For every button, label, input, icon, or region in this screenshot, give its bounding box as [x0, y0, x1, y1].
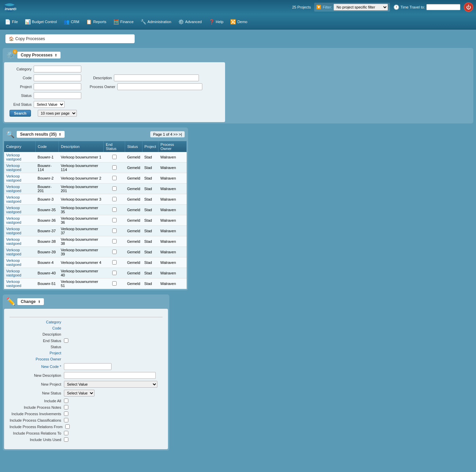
cell-code: Bouwnr-114	[36, 163, 59, 173]
category-link[interactable]: Verkoop vastgoed	[6, 237, 21, 246]
category-input[interactable]	[34, 66, 81, 72]
nav-item-file[interactable]: 📄 File	[1, 17, 21, 27]
include-involvements-checkbox[interactable]	[64, 411, 68, 416]
change-collapse-icon[interactable]: ⬆	[38, 300, 40, 304]
end-status-check[interactable]	[112, 197, 117, 201]
change-row-process-owner: Process Owner	[10, 357, 163, 361]
crm-icon: 👥	[64, 19, 69, 24]
cell-end-status	[104, 194, 125, 205]
end-status-check[interactable]	[112, 207, 117, 212]
category-link[interactable]: Verkoop vastgoed	[6, 206, 21, 214]
change-end-status-label: End Status	[10, 339, 64, 343]
nav-item-crm[interactable]: 👥 CRM	[60, 17, 83, 27]
form-group-code: Code	[10, 74, 81, 81]
new-project-select[interactable]: Select Value	[64, 381, 157, 388]
nav-item-crm-label: CRM	[71, 20, 79, 24]
status-input[interactable]	[34, 92, 81, 99]
rows-per-page-select[interactable]: 10 rows per page 25 rows per page 50 row…	[38, 110, 77, 117]
cell-description: Verkoop bouwnummer 2	[59, 173, 104, 184]
power-button[interactable]: ⏻	[464, 2, 473, 12]
category-link[interactable]: Verkoop vastgoed	[6, 258, 21, 267]
category-link[interactable]: Verkoop vastgoed	[6, 269, 21, 277]
new-description-input[interactable]	[64, 372, 156, 379]
end-status-check[interactable]	[112, 218, 117, 222]
cell-end-status	[104, 257, 125, 268]
cell-code: Bouwnr-39	[36, 247, 59, 257]
cell-process-owner: Walraven	[158, 152, 187, 163]
description-input[interactable]	[114, 74, 199, 81]
nav-item-demo[interactable]: 🔀 Demo	[227, 17, 251, 27]
cell-category: Verkoop vastgoed	[4, 257, 36, 268]
search-results-collapse-icon[interactable]: ⬆	[58, 133, 61, 136]
project-input[interactable]	[34, 83, 81, 90]
search-button[interactable]: Search	[10, 110, 31, 117]
change-row-include-classifications: Include Process Classifications	[10, 418, 163, 422]
cell-status: Gemeld	[125, 152, 142, 163]
end-status-select[interactable]: Select Value Yes No	[34, 101, 65, 108]
change-end-status-checkbox[interactable]	[64, 338, 68, 343]
new-status-select[interactable]: Select Value	[64, 390, 95, 397]
cell-status: Gemeld	[125, 268, 142, 279]
cell-category: Verkoop vastgoed	[4, 215, 36, 226]
nav-item-reports[interactable]: 📋 Reports	[83, 17, 110, 27]
category-link[interactable]: Verkoop vastgoed	[6, 216, 21, 224]
search-results-header: 🔍 Search results (35) ⬆ Page 1 of 4 >> >…	[4, 129, 187, 140]
end-status-check[interactable]	[112, 260, 117, 265]
include-units-checkbox[interactable]	[64, 437, 68, 442]
category-link[interactable]: Verkoop vastgoed	[6, 280, 21, 288]
cell-category: Verkoop vastgoed	[4, 205, 36, 215]
nav-item-administration[interactable]: 🔧 Administration	[137, 17, 175, 27]
end-status-check[interactable]	[112, 281, 117, 286]
collapse-icon[interactable]: ⬆	[54, 53, 57, 57]
form-row-category: Category	[10, 66, 220, 72]
category-link[interactable]: Verkoop vastgoed	[6, 164, 21, 172]
time-travel-input[interactable]	[426, 4, 460, 10]
end-status-check[interactable]	[112, 239, 117, 243]
include-notes-checkbox[interactable]	[64, 405, 68, 409]
cell-category: Verkoop vastgoed	[4, 268, 36, 279]
cell-code: Bouwnr-1	[36, 152, 59, 163]
cell-project: Stad	[142, 205, 158, 215]
end-status-check[interactable]	[112, 229, 117, 233]
code-input[interactable]	[34, 74, 81, 81]
change-row-include-all: Include All	[10, 399, 163, 403]
category-link[interactable]: Verkoop vastgoed	[6, 174, 21, 182]
copy-processes-icon: ⚙️ 0	[6, 51, 15, 60]
category-link[interactable]: Verkoop vastgoed	[6, 195, 21, 203]
category-link[interactable]: Verkoop vastgoed	[6, 185, 21, 193]
table-row: Verkoop vastgoed Bouwnr-2 Verkoop bouwnu…	[4, 173, 187, 184]
nav-item-file-label: File	[12, 20, 18, 24]
category-link[interactable]: Verkoop vastgoed	[6, 227, 21, 235]
col-project: Project	[142, 141, 158, 152]
category-link[interactable]: Verkoop vastgoed	[6, 248, 21, 256]
cell-category: Verkoop vastgoed	[4, 163, 36, 173]
cell-project: Stad	[142, 215, 158, 226]
change-include-involvements-label: Include Process Involvements	[10, 412, 64, 416]
process-owner-input[interactable]	[117, 83, 202, 90]
cell-description: Verkoop bouwnummer 201	[59, 184, 104, 194]
change-include-relations-from-label: Include Process Relations From	[10, 425, 65, 429]
include-relations-from-checkbox[interactable]	[65, 424, 70, 429]
include-all-checkbox[interactable]	[64, 399, 68, 403]
include-relations-to-checkbox[interactable]	[64, 431, 68, 435]
filter-select[interactable]: No project specific filter	[334, 4, 388, 11]
include-classifications-checkbox[interactable]	[64, 418, 68, 422]
nav-item-help[interactable]: ❓ Help	[205, 17, 227, 27]
end-status-check[interactable]	[112, 176, 117, 180]
change-description-label: Description	[10, 332, 64, 336]
nav-item-advanced[interactable]: ⚙️ Advanced	[175, 17, 205, 27]
form-row-code-description: Code Description	[10, 74, 220, 81]
end-status-check[interactable]	[112, 271, 117, 275]
end-status-check[interactable]	[112, 186, 117, 191]
category-link[interactable]: Verkoop vastgoed	[6, 153, 21, 161]
change-form: Category Code Description End Status Sta…	[4, 309, 168, 449]
new-code-input[interactable]	[64, 363, 112, 370]
end-status-check[interactable]	[112, 250, 117, 254]
nav-item-budget-control[interactable]: 📊 Budget Control	[21, 17, 60, 27]
cell-process-owner: Walraven	[158, 236, 187, 247]
end-status-check[interactable]	[112, 155, 117, 159]
end-status-check[interactable]	[112, 165, 117, 170]
nav-item-finance[interactable]: 🧮 Finance	[110, 17, 137, 27]
cell-end-status	[104, 205, 125, 215]
change-row-new-status: New Status Select Value	[10, 390, 163, 397]
